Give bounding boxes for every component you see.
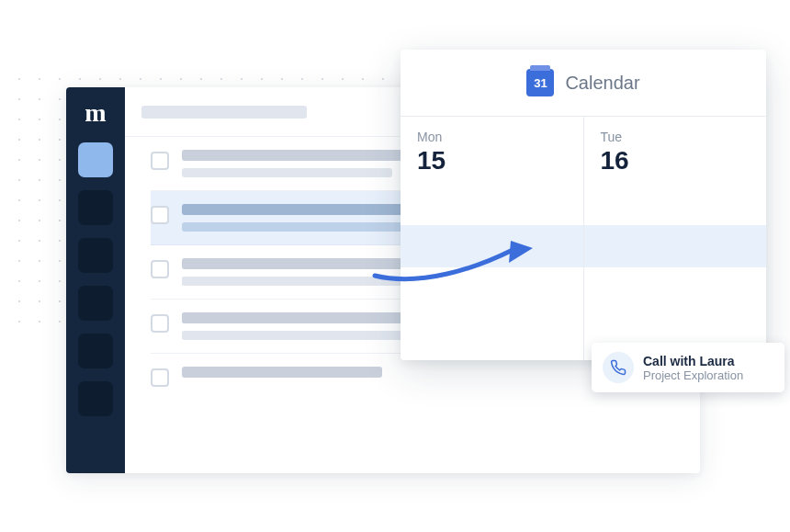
calendar-grid: Mon 15 Call with Laura Project Explorati… xyxy=(401,116,766,360)
day-of-week: Tue xyxy=(601,130,750,144)
calendar-day-tue[interactable]: Tue 16 xyxy=(584,117,767,360)
calendar-icon-day: 31 xyxy=(534,76,547,90)
calendar-icon: 31 xyxy=(526,69,554,96)
sidebar-nav-item-5[interactable] xyxy=(78,334,113,368)
task-title-placeholder xyxy=(182,367,382,378)
phone-icon xyxy=(603,352,634,383)
calendar-card: 31 Calendar Mon 15 Call with Laura Proje… xyxy=(401,50,766,360)
task-sub-placeholder xyxy=(182,222,408,232)
task-checkbox[interactable] xyxy=(151,152,169,170)
header-title-placeholder xyxy=(141,106,307,119)
task-checkbox[interactable] xyxy=(151,206,169,224)
calendar-drop-zone[interactable] xyxy=(401,225,583,267)
event-title: Call with Laura xyxy=(643,354,743,368)
sidebar-nav-item-6[interactable] xyxy=(78,381,113,416)
task-title-placeholder xyxy=(182,258,433,269)
event-text: Call with Laura Project Exploration xyxy=(643,354,743,382)
sidebar-nav-item-2[interactable] xyxy=(78,190,113,225)
app-logo: m xyxy=(85,100,106,126)
task-checkbox[interactable] xyxy=(151,314,169,333)
day-number: 16 xyxy=(601,146,750,175)
calendar-day-mon[interactable]: Mon 15 Call with Laura Project Explorati… xyxy=(401,117,584,360)
sidebar-nav-item-1[interactable] xyxy=(78,142,113,177)
sidebar: m xyxy=(66,87,125,473)
sidebar-nav-item-4[interactable] xyxy=(78,286,113,321)
task-sub-placeholder xyxy=(182,168,392,177)
calendar-drop-zone[interactable] xyxy=(584,225,767,267)
task-checkbox[interactable] xyxy=(151,368,169,387)
event-subtitle: Project Exploration xyxy=(643,368,743,382)
task-checkbox[interactable] xyxy=(151,260,169,278)
calendar-header: 31 Calendar xyxy=(401,50,766,116)
day-number: 15 xyxy=(417,146,567,175)
calendar-title: Calendar xyxy=(565,73,639,94)
day-of-week: Mon xyxy=(417,130,567,144)
calendar-event-card[interactable]: Call with Laura Project Exploration xyxy=(592,343,784,392)
sidebar-nav-item-3[interactable] xyxy=(78,238,113,273)
